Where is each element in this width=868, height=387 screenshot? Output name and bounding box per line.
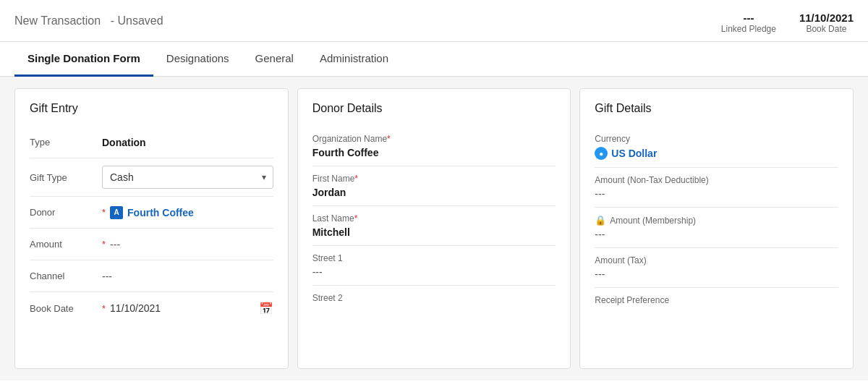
org-name-field: Organization Name* Fourth Coffee — [312, 127, 556, 166]
tab-designations[interactable]: Designations — [153, 42, 242, 77]
header-meta: --- Linked Pledge 11/10/2021 Book Date — [721, 12, 854, 34]
street2-field: Street 2 — [312, 286, 556, 313]
tab-single-donation-form[interactable]: Single Donation Form — [14, 42, 153, 77]
street1-field: Street 1 --- — [312, 246, 556, 286]
unsaved-label: - Unsaved — [111, 14, 163, 27]
amount-required-icon: * — [102, 239, 106, 250]
donor-required-icon: * — [102, 207, 106, 218]
channel-label: Channel — [30, 271, 102, 281]
amount-label: Amount — [30, 239, 102, 250]
amount-tax-value: --- — [595, 268, 838, 280]
amount-membership-label: 🔒 Amount (Membership) — [595, 215, 838, 226]
amount-non-tax-field: Amount (Non-Tax Deductible) --- — [595, 168, 838, 208]
gift-entry-panel: Gift Entry Type Donation Gift Type Cash … — [14, 88, 289, 369]
page-header: New Transaction - Unsaved --- Linked Ple… — [0, 0, 868, 42]
last-name-value: Mitchell — [312, 226, 556, 238]
street2-label: Street 2 — [312, 293, 556, 303]
first-name-value: Jordan — [312, 187, 556, 198]
receipt-preference-label: Receipt Preference — [595, 295, 838, 305]
book-date-value: 11/10/2021 — [799, 12, 854, 24]
gift-entry-title: Gift Entry — [30, 102, 273, 115]
currency-label: Currency — [595, 134, 838, 144]
book-date-field-label: Book Date — [30, 303, 102, 314]
donor-details-title: Donor Details — [312, 102, 556, 115]
content-area: Gift Entry Type Donation Gift Type Cash … — [0, 77, 868, 380]
gift-type-select[interactable]: Cash Check Credit Card In-Kind — [102, 166, 273, 189]
first-name-label: First Name* — [312, 174, 556, 184]
header-title-area: New Transaction - Unsaved — [14, 12, 163, 28]
account-icon: A — [110, 206, 123, 219]
type-value: Donation — [102, 137, 273, 148]
receipt-preference-field: Receipt Preference — [595, 288, 838, 315]
gift-type-label: Gift Type — [30, 172, 102, 183]
book-date-row: Book Date * 11/10/2021 📅 — [30, 292, 273, 324]
donor-label: Donor — [30, 207, 102, 218]
org-name-value: Fourth Coffee — [312, 147, 556, 158]
last-name-field: Last Name* Mitchell — [312, 206, 556, 246]
lock-icon: 🔒 — [595, 215, 606, 226]
donor-details-panel: Donor Details Organization Name* Fourth … — [297, 88, 571, 369]
book-date-wrapper: 11/10/2021 📅 — [110, 302, 273, 315]
book-date-required-icon: * — [102, 303, 106, 314]
gift-details-title: Gift Details — [595, 102, 838, 115]
calendar-icon[interactable]: 📅 — [259, 302, 273, 315]
currency-value[interactable]: ● US Dollar — [595, 147, 838, 160]
globe-icon: ● — [595, 147, 608, 160]
linked-pledge-meta: --- Linked Pledge — [721, 12, 776, 34]
first-name-field: First Name* Jordan — [312, 166, 556, 206]
street1-value: --- — [312, 266, 556, 278]
amount-membership-value: --- — [595, 229, 838, 240]
tab-administration[interactable]: Administration — [307, 42, 401, 77]
amount-non-tax-value: --- — [595, 188, 838, 200]
linked-pledge-label: Linked Pledge — [721, 24, 776, 34]
donor-row: Donor * A Fourth Coffee — [30, 197, 273, 229]
amount-value[interactable]: --- — [110, 239, 273, 250]
tab-bar: Single Donation Form Designations Genera… — [0, 42, 868, 77]
page-title: New Transaction - Unsaved — [14, 12, 163, 28]
type-row: Type Donation — [30, 127, 273, 158]
last-name-label: Last Name* — [312, 213, 556, 224]
amount-non-tax-label: Amount (Non-Tax Deductible) — [595, 175, 838, 185]
linked-pledge-value: --- — [743, 12, 754, 24]
amount-membership-field: 🔒 Amount (Membership) --- — [595, 208, 838, 248]
gift-type-select-wrapper: Cash Check Credit Card In-Kind ▾ — [102, 166, 273, 189]
tab-general[interactable]: General — [242, 42, 307, 77]
type-label: Type — [30, 137, 102, 148]
donor-value[interactable]: A Fourth Coffee — [110, 206, 273, 219]
amount-tax-label: Amount (Tax) — [595, 255, 838, 265]
book-date-field-value: 11/10/2021 — [110, 302, 259, 314]
org-name-label: Organization Name* — [312, 134, 556, 144]
book-date-label: Book Date — [806, 24, 846, 34]
channel-row: Channel --- — [30, 260, 273, 292]
amount-row: Amount * --- — [30, 229, 273, 260]
street1-label: Street 1 — [312, 253, 556, 263]
gift-type-row: Gift Type Cash Check Credit Card In-Kind… — [30, 158, 273, 197]
currency-field: Currency ● US Dollar — [595, 127, 838, 168]
amount-tax-field: Amount (Tax) --- — [595, 248, 838, 288]
book-date-meta: 11/10/2021 Book Date — [799, 12, 854, 34]
channel-value: --- — [102, 271, 273, 282]
gift-details-panel: Gift Details Currency ● US Dollar Amount… — [579, 88, 854, 369]
